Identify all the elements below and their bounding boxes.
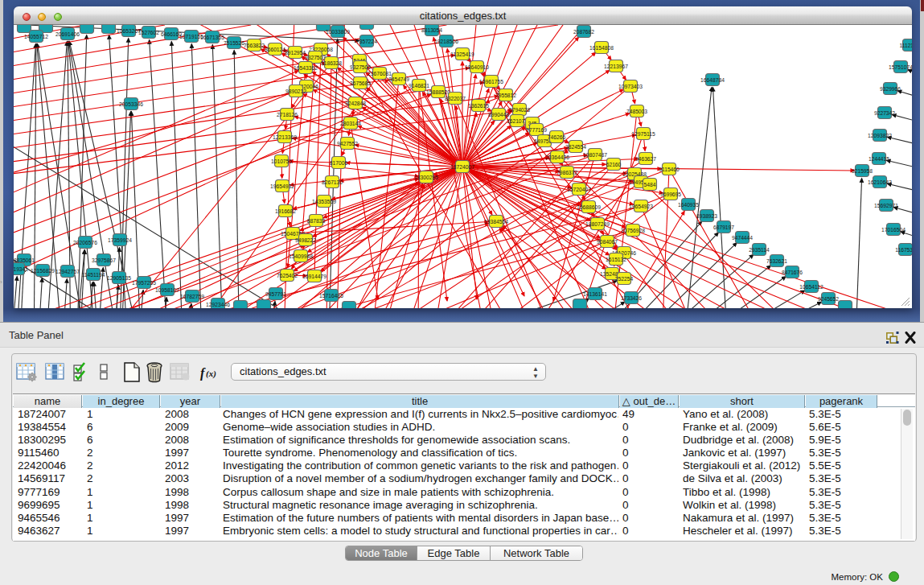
svg-text:9699695: 9699695 <box>660 192 681 197</box>
svg-text:7357224: 7357224 <box>356 39 377 44</box>
svg-text:9146821: 9146821 <box>409 83 429 89</box>
svg-text:9242848: 9242848 <box>345 101 366 106</box>
svg-text:8454749: 8454749 <box>388 76 409 82</box>
svg-text:62160: 62160 <box>606 162 622 167</box>
svg-text:9474444: 9474444 <box>732 235 753 241</box>
svg-text:14055712: 14055712 <box>24 34 48 39</box>
svg-text:1640935: 1640935 <box>678 202 699 208</box>
svg-text:17016504: 17016504 <box>881 227 906 233</box>
svg-text:7632621: 7632621 <box>766 258 787 264</box>
svg-text:16961755: 16961755 <box>479 79 503 84</box>
svg-text:8215958: 8215958 <box>852 168 873 174</box>
svg-text:10653267: 10653267 <box>117 28 141 34</box>
svg-text:8471676: 8471676 <box>782 270 803 275</box>
svg-text:19384554: 19384554 <box>484 219 508 225</box>
svg-text:8267130: 8267130 <box>322 179 343 185</box>
svg-text:10654112: 10654112 <box>799 284 823 290</box>
svg-text:8322037: 8322037 <box>445 96 466 101</box>
svg-text:(x): (x) <box>206 369 216 379</box>
svg-text:14136141: 14136141 <box>583 291 607 297</box>
svg-text:2935114: 2935114 <box>749 247 770 253</box>
svg-text:15751074: 15751074 <box>889 64 912 70</box>
svg-text:7625402: 7625402 <box>277 273 298 278</box>
svg-text:2087682: 2087682 <box>573 29 594 35</box>
svg-text:12975115: 12975115 <box>631 131 655 137</box>
svg-text:16914479: 16914479 <box>302 274 326 279</box>
svg-text:252254: 252254 <box>615 276 634 282</box>
svg-text:15716485: 15716485 <box>319 293 343 299</box>
svg-text:9463627: 9463627 <box>635 156 656 162</box>
svg-text:7663822: 7663822 <box>244 43 265 48</box>
svg-text:7986372: 7986372 <box>556 170 577 175</box>
svg-text:12093822: 12093822 <box>868 133 892 138</box>
svg-text:1010755: 1010755 <box>271 159 292 164</box>
svg-text:9890212: 9890212 <box>285 89 306 94</box>
svg-text:20364436: 20364436 <box>545 154 569 160</box>
svg-text:16210643: 16210643 <box>868 179 892 185</box>
svg-text:1621072: 1621072 <box>507 118 528 124</box>
svg-text:2718126: 2718126 <box>277 112 298 117</box>
svg-text:1916682: 1916682 <box>275 208 296 214</box>
svg-text:10756928: 10756928 <box>621 228 645 233</box>
svg-text:9245652: 9245652 <box>818 296 839 302</box>
svg-text:23676081: 23676081 <box>368 71 392 76</box>
svg-text:12905135: 12905135 <box>107 275 131 281</box>
svg-text:15692971: 15692971 <box>874 203 898 208</box>
svg-text:16782759: 16782759 <box>180 294 204 299</box>
svg-text:1112141: 1112141 <box>899 43 912 48</box>
svg-text:11325419: 11325419 <box>450 51 474 57</box>
svg-text:1244415: 1244415 <box>869 156 889 162</box>
svg-text:8660124: 8660124 <box>265 47 285 52</box>
svg-text:2803144: 2803144 <box>340 121 361 126</box>
svg-text:16543362: 16543362 <box>294 65 318 71</box>
svg-text:8938923: 8938923 <box>696 213 717 219</box>
svg-text:12923446: 12923446 <box>206 302 230 307</box>
svg-text:5484: 5484 <box>644 182 656 187</box>
svg-text:8912954: 8912954 <box>285 50 306 56</box>
svg-text:3675685: 3675685 <box>350 80 371 86</box>
svg-text:9115460: 9115460 <box>659 167 680 172</box>
svg-text:1167531: 1167531 <box>895 247 912 253</box>
svg-text:3919341: 3919341 <box>14 266 28 272</box>
svg-text:14353559: 14353559 <box>312 199 336 204</box>
svg-text:7485003: 7485003 <box>626 109 647 114</box>
svg-text:11451194: 11451194 <box>82 272 105 278</box>
svg-text:1615132: 1615132 <box>606 257 626 262</box>
svg-text:9227342: 9227342 <box>874 110 895 116</box>
svg-text:32975867: 32975867 <box>92 257 116 263</box>
svg-text:12213967: 12213967 <box>604 64 628 69</box>
svg-text:817006: 817006 <box>330 160 348 166</box>
svg-text:19654932: 19654932 <box>270 183 294 189</box>
svg-text:16671355: 16671355 <box>200 35 224 40</box>
svg-text:10688609: 10688609 <box>577 204 601 210</box>
svg-text:17957255: 17957255 <box>132 280 156 286</box>
svg-text:20206576: 20206576 <box>73 240 97 245</box>
svg-text:8990448: 8990448 <box>488 112 509 117</box>
svg-text:12213369: 12213369 <box>273 134 297 140</box>
svg-text:1362615: 1362615 <box>468 103 489 109</box>
svg-text:7515526: 7515526 <box>224 40 244 46</box>
svg-text:16033809: 16033809 <box>326 29 350 35</box>
svg-text:19654923: 19654923 <box>629 204 653 209</box>
svg-text:20053346: 20053346 <box>119 101 143 107</box>
svg-text:9777169: 9777169 <box>526 127 547 133</box>
svg-text:10807487: 10807487 <box>583 152 607 158</box>
svg-text:15888520: 15888520 <box>426 89 450 95</box>
svg-text:10958107: 10958107 <box>155 287 179 293</box>
svg-text:9329966: 9329966 <box>880 86 901 92</box>
svg-text:6794028: 6794028 <box>509 107 530 113</box>
svg-text:16648784: 16648784 <box>700 77 725 83</box>
svg-text:3824554: 3824554 <box>565 144 586 150</box>
svg-text:16154808: 16154808 <box>589 45 614 51</box>
svg-text:1527602: 1527602 <box>138 30 159 35</box>
svg-text:8186328: 8186328 <box>321 60 342 66</box>
svg-text:6879197: 6879197 <box>713 225 734 230</box>
svg-text:9327503: 9327503 <box>305 55 326 60</box>
svg-text:8813054: 8813054 <box>421 27 442 33</box>
svg-text:19218506: 19218506 <box>434 39 458 44</box>
svg-text:746266: 746266 <box>548 134 566 140</box>
svg-text:f: f <box>200 366 206 381</box>
svg-text:18300295: 18300295 <box>414 175 438 180</box>
svg-text:18724007: 18724007 <box>450 164 474 170</box>
svg-text:20691406: 20691406 <box>55 31 80 37</box>
